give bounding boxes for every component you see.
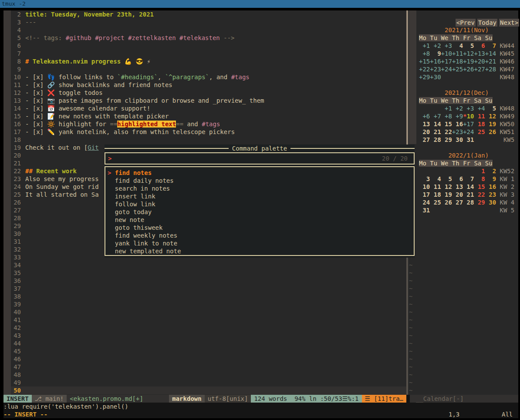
editor-line[interactable]: 35 [11, 269, 406, 277]
editor-line[interactable]: 39 [11, 300, 406, 308]
calendar-day[interactable]: +9 [452, 113, 463, 120]
calendar-day[interactable]: 21 [463, 191, 474, 198]
calendar-day[interactable]: 5 [441, 175, 452, 182]
calendar-day[interactable]: 25 [474, 128, 485, 135]
editor-line[interactable]: 2title: Tuesday, November 23th, 2021 [11, 10, 406, 18]
editor-line[interactable]: 5<!-- tags: #github #project #zettelkast… [11, 34, 406, 42]
editor-line[interactable]: 44 [11, 339, 406, 347]
calendar-day[interactable]: +14 [485, 50, 496, 57]
calendar-day[interactable]: +8 [441, 113, 452, 120]
editor-line[interactable]: 47 [11, 363, 406, 371]
calendar-day[interactable]: 22 [474, 191, 485, 198]
calendar-day[interactable]: +27 [474, 66, 485, 73]
palette-item[interactable]: yank link to note [105, 239, 414, 247]
calendar-day[interactable]: 16 [485, 183, 496, 190]
palette-item[interactable]: find daily notes [105, 177, 414, 185]
editor-line[interactable]: 9 [11, 65, 406, 73]
palette-item[interactable]: find weekly notes [105, 232, 414, 239]
palette-item[interactable]: follow link [105, 200, 414, 208]
editor-line[interactable]: 49 [11, 379, 406, 386]
calendar-day[interactable]: +26 [463, 66, 474, 73]
calendar-day[interactable]: +30 [430, 74, 441, 81]
calendar-day[interactable]: +24 [441, 66, 452, 73]
calendar-day[interactable]: 31 [419, 207, 430, 214]
calendar-day[interactable]: +8 [419, 50, 430, 57]
palette-item[interactable]: goto today [105, 208, 414, 216]
calendar-day[interactable]: 11 [474, 113, 485, 120]
calendar-day[interactable]: 10 [467, 113, 474, 120]
calendar-day[interactable]: 7 [485, 42, 496, 49]
calendar-day[interactable]: 27 [452, 199, 463, 206]
calendar-day[interactable]: 9 [485, 175, 496, 182]
palette-item[interactable]: new note [105, 216, 414, 224]
editor-line[interactable]: 40 [11, 308, 406, 316]
calendar-day[interactable]: +2 [430, 42, 441, 49]
calendar-day[interactable]: +25 [452, 66, 463, 73]
palette-item[interactable]: new templated note [105, 247, 414, 255]
calendar-day[interactable]: +2 [452, 105, 463, 112]
calendar-day[interactable]: 15 [474, 183, 485, 190]
editor-line[interactable]: 17- [x] ✏️ yank notelink, also from wthi… [11, 128, 406, 136]
calendar-day[interactable]: 26 [485, 128, 496, 135]
calendar-day[interactable]: 22 [441, 128, 452, 135]
editor-line[interactable]: 14- [x] 📅 awesome calendar support! [11, 104, 406, 112]
calendar-day[interactable]: +6 [419, 113, 430, 120]
calendar-day[interactable]: +11 [452, 50, 463, 57]
editor-line[interactable]: 37 [11, 285, 406, 292]
calendar-day[interactable]: 10 [419, 183, 430, 190]
calendar-day[interactable]: 12 [441, 183, 452, 190]
calendar-day[interactable]: +1 [419, 42, 430, 49]
calendar-day[interactable]: 14 [463, 183, 474, 190]
window-separator-scrollbar-thumb[interactable] [406, 10, 408, 144]
calendar-day[interactable]: 24 [419, 199, 430, 206]
calendar-day[interactable]: 5 [463, 42, 474, 49]
editor-line[interactable]: 18 [11, 136, 406, 144]
editor-line[interactable]: 45 [11, 347, 406, 355]
calendar-day[interactable]: +10 [441, 50, 452, 57]
calendar-day[interactable]: 29 [441, 136, 452, 143]
calendar-day[interactable]: +21 [485, 58, 496, 65]
editor-line[interactable]: 4 [11, 26, 406, 34]
calendar-day[interactable]: 1 [474, 168, 485, 175]
calendar-day[interactable]: 2 [485, 168, 496, 175]
calendar-day[interactable]: 13 [419, 121, 430, 128]
calendar-day[interactable]: 6 [452, 175, 463, 182]
calendar-day[interactable]: +24 [463, 128, 474, 135]
editor-line[interactable]: 11- [x] 🔗 show backlinks and friend note… [11, 81, 406, 89]
editor-line[interactable]: 46 [11, 355, 406, 363]
palette-search-input[interactable]: > 20 / 20 [105, 152, 415, 165]
calendar-day[interactable]: 7 [463, 175, 474, 182]
calendar-day[interactable]: 20 [419, 128, 430, 135]
calendar-day[interactable]: 19 [485, 121, 496, 128]
calendar-day[interactable]: 27 [419, 136, 430, 143]
editor-line[interactable]: 41 [11, 316, 406, 324]
editor-line[interactable]: 34 [11, 261, 406, 269]
editor-line[interactable]: 38 [11, 292, 406, 300]
calendar-day[interactable]: 13 [452, 183, 463, 190]
calendar-day[interactable]: +17 [463, 121, 474, 128]
calendar-day[interactable]: 8 [474, 175, 485, 182]
calendar-pane[interactable]: 2021/11(Nov)Mo Tu We Th Fr Sa Su +1 +2 +… [419, 10, 514, 222]
editor-line[interactable]: 16- [x] 🔆 highlight for ==highlighted te… [11, 120, 406, 128]
calendar-day[interactable]: +22 [419, 66, 430, 73]
calendar-day[interactable]: +18 [452, 58, 463, 65]
calendar-day[interactable]: 26 [441, 199, 452, 206]
calendar-day[interactable]: 11 [430, 183, 441, 190]
calendar-day[interactable]: +23 [452, 128, 463, 135]
calendar-day[interactable]: +15 [419, 58, 430, 65]
calendar-day[interactable]: +19 [463, 58, 474, 65]
calendar-day[interactable]: 6 [474, 42, 485, 49]
calendar-day[interactable]: 21 [430, 128, 441, 135]
calendar-day[interactable]: +16 [430, 58, 441, 65]
palette-item[interactable]: goto thisweek [105, 224, 414, 232]
vim-command-line[interactable]: :lua require('telekasten').panel() [3, 403, 518, 410]
calendar-day[interactable]: +1 [441, 105, 452, 112]
calendar-day[interactable]: 20 [452, 191, 463, 198]
calendar-day[interactable]: 14 [430, 121, 441, 128]
calendar-scrollbar-thumb[interactable] [409, 10, 416, 144]
calendar-day[interactable]: 3 [419, 175, 430, 182]
calendar-day[interactable]: +17 [441, 58, 452, 65]
editor-line[interactable]: 10- [x] 👣 follow links to `#headings`, `… [11, 73, 406, 81]
calendar-day[interactable]: 28 [463, 199, 474, 206]
window-separator[interactable] [406, 258, 408, 395]
